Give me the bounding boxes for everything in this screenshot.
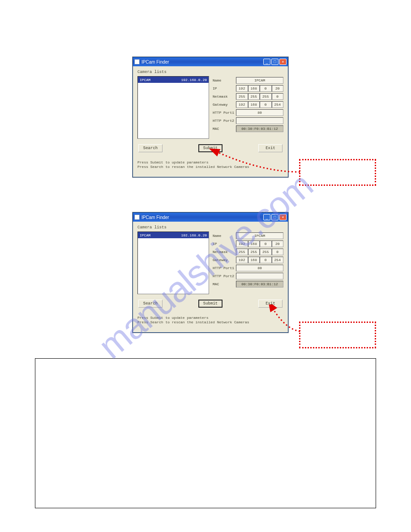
netmask-field[interactable]: 2552552550 bbox=[236, 93, 283, 100]
netmask-octet[interactable]: 255 bbox=[248, 249, 260, 255]
search-button[interactable]: Search bbox=[138, 300, 163, 308]
close-icon[interactable]: × bbox=[279, 214, 287, 220]
gateway-octet[interactable]: 168 bbox=[248, 257, 260, 263]
ip-octet[interactable]: 168 bbox=[248, 85, 260, 92]
titlebar: IPCam Finder _ □ × bbox=[133, 57, 288, 66]
name-label: Name bbox=[213, 78, 236, 82]
maximize-icon[interactable]: □ bbox=[271, 59, 278, 65]
list-item-addr: 192.168.0.20 bbox=[181, 78, 207, 82]
port1-field[interactable]: 80 bbox=[236, 265, 283, 271]
hint-line-2: Press Search to rescan the installed Net… bbox=[137, 165, 283, 169]
gateway-field[interactable]: 1921680254 bbox=[236, 257, 283, 263]
mac-label: MAC bbox=[213, 127, 236, 131]
netmask-octet[interactable]: 255 bbox=[248, 93, 260, 100]
ip-octet[interactable]: 192 bbox=[236, 240, 248, 247]
document-page: manualshive.com IPCam Finder _ □ × Camer… bbox=[0, 0, 411, 532]
gateway-octet[interactable]: 254 bbox=[272, 101, 284, 108]
content-frame bbox=[35, 358, 376, 508]
window-title: IPCam Finder bbox=[141, 60, 169, 64]
gateway-octet[interactable]: 168 bbox=[248, 101, 260, 108]
netmask-label: Netmask bbox=[213, 250, 236, 254]
gateway-octet[interactable]: 192 bbox=[236, 101, 248, 108]
list-item[interactable]: IPCAM 192.168.0.20 bbox=[138, 77, 209, 83]
search-button[interactable]: Search bbox=[138, 144, 163, 152]
close-icon[interactable]: × bbox=[279, 59, 287, 65]
hint-line-1: Press Submit to update parameters bbox=[137, 316, 283, 320]
button-row: Search Submit Exit bbox=[137, 300, 283, 308]
hint-text: Press Submit to update parameters Press … bbox=[137, 316, 283, 324]
ip-label: IP bbox=[213, 86, 236, 90]
ip-octet[interactable]: 0 bbox=[260, 240, 272, 247]
app-icon bbox=[134, 59, 140, 64]
fields-panel: NameIPCAM IP192168020 Netmask2552552550 … bbox=[213, 232, 283, 294]
netmask-label: Netmask bbox=[213, 94, 236, 99]
button-row: Search Submit Exit bbox=[137, 144, 283, 152]
port2-field[interactable] bbox=[236, 117, 283, 124]
netmask-field[interactable]: 2552552550 bbox=[236, 249, 283, 255]
ipcam-finder-window-2: IPCam Finder _ □ × Camera lists IPCAM 19… bbox=[133, 212, 288, 333]
exit-button[interactable]: Exit bbox=[258, 144, 283, 152]
ip-octet[interactable]: 20 bbox=[272, 240, 284, 247]
netmask-octet[interactable]: 0 bbox=[272, 249, 284, 255]
netmask-octet[interactable]: 255 bbox=[260, 249, 272, 255]
camera-lists-label: Camera lists bbox=[137, 225, 283, 230]
hint-text: Press Submit to update parameters Press … bbox=[137, 160, 283, 169]
gateway-octet[interactable]: 0 bbox=[260, 101, 272, 108]
gateway-field[interactable]: 1921680254 bbox=[236, 101, 283, 108]
gateway-octet[interactable]: 0 bbox=[260, 257, 272, 263]
list-item-name: IPCAM bbox=[140, 233, 150, 237]
minimize-icon[interactable]: _ bbox=[263, 214, 270, 220]
ip-label: IP bbox=[213, 242, 236, 246]
port2-field[interactable] bbox=[236, 273, 283, 279]
hint-line-1: Press Submit to update parameters bbox=[137, 160, 283, 165]
netmask-octet[interactable]: 255 bbox=[236, 249, 248, 255]
name-field[interactable]: IPCAM bbox=[236, 232, 283, 239]
gateway-label: Gateway bbox=[213, 258, 236, 262]
camera-listbox[interactable]: IPCAM 192.168.0.20 bbox=[137, 76, 209, 139]
submit-button[interactable]: Submit bbox=[198, 144, 223, 152]
maximize-icon[interactable]: □ bbox=[271, 214, 278, 220]
submit-button[interactable]: Submit bbox=[198, 300, 223, 308]
ipcam-finder-window-1: IPCam Finder _ □ × Camera lists IPCAM 19… bbox=[133, 57, 288, 177]
exit-button[interactable]: Exit bbox=[258, 300, 283, 308]
port1-label: HTTP Port1 bbox=[213, 111, 236, 115]
mac-field: 00:30:F0:03:B1:12 bbox=[236, 281, 283, 287]
app-icon bbox=[134, 215, 140, 220]
netmask-octet[interactable]: 255 bbox=[236, 93, 248, 100]
hint-line-2: Press Search to rescan the installed Net… bbox=[137, 320, 283, 325]
mac-field: 00:30:F0:03:B1:12 bbox=[236, 125, 283, 132]
ip-octet[interactable]: 192 bbox=[236, 85, 248, 92]
fields-panel: NameIPCAM IP192168020 Netmask2552552550 … bbox=[213, 76, 283, 139]
camera-lists-label: Camera lists bbox=[137, 70, 283, 74]
ip-octet[interactable]: 20 bbox=[272, 85, 284, 92]
gateway-label: Gateway bbox=[213, 103, 236, 107]
ip-octet[interactable]: 168 bbox=[248, 240, 260, 247]
callout-box-exit bbox=[299, 322, 376, 348]
list-item-name: IPCAM bbox=[140, 78, 150, 82]
ip-octet[interactable]: 0 bbox=[260, 85, 272, 92]
list-item-addr: 192.168.0.20 bbox=[181, 233, 207, 237]
port1-field[interactable]: 80 bbox=[236, 109, 283, 116]
port2-label: HTTP Port2 bbox=[213, 119, 236, 123]
name-field[interactable]: IPCAM bbox=[236, 77, 283, 84]
titlebar: IPCam Finder _ □ × bbox=[133, 213, 288, 222]
mac-label: MAC bbox=[213, 282, 236, 286]
ip-field[interactable]: 192168020 bbox=[236, 240, 283, 247]
ip-field[interactable]: 192168020 bbox=[236, 85, 283, 92]
gateway-octet[interactable]: 192 bbox=[236, 257, 248, 263]
port1-label: HTTP Port1 bbox=[213, 266, 236, 270]
name-label: Name bbox=[213, 234, 236, 238]
window-title: IPCam Finder bbox=[141, 215, 169, 220]
camera-listbox[interactable]: IPCAM 192.168.0.20 bbox=[137, 232, 209, 294]
port2-label: HTTP Port2 bbox=[213, 274, 236, 278]
callout-box-submit bbox=[299, 159, 376, 186]
minimize-icon[interactable]: _ bbox=[263, 59, 270, 65]
list-item[interactable]: IPCAM 192.168.0.20 bbox=[138, 232, 209, 238]
netmask-octet[interactable]: 255 bbox=[260, 93, 272, 100]
gateway-octet[interactable]: 254 bbox=[272, 257, 284, 263]
netmask-octet[interactable]: 0 bbox=[272, 93, 284, 100]
